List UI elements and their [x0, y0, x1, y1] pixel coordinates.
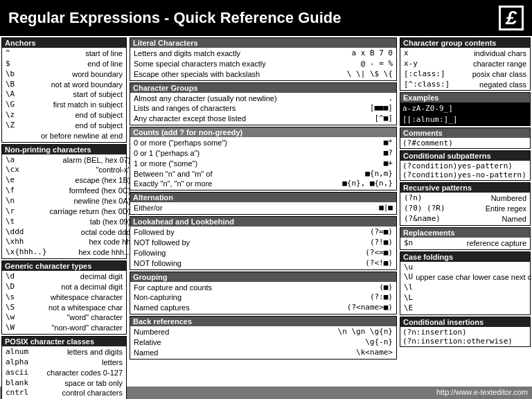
list-item: \swhitespace character [4, 292, 124, 303]
list-item: Named captures(?<name>■) [132, 303, 394, 313]
grouping-body: For capture and counts(■) Non-capturing(… [130, 282, 396, 314]
list-item: 0 or more ("perhaps some")■* [132, 138, 394, 148]
replacements-section: Replacements $nreference capture [400, 227, 531, 250]
list-item: \bword boundary [4, 69, 124, 80]
conditional-body: (?condition)yes-pattern) (?condition)yes… [400, 161, 530, 180]
list-item: Non-capturing(?:■) [132, 292, 394, 303]
list-item: alnumletters and digits [4, 347, 124, 357]
list-item: \uupper case next char [402, 263, 532, 273]
backrefs-title: Back references [130, 317, 396, 326]
lookahead-title: Lookahead and Lookbehind [130, 217, 396, 227]
chargroup-contents-title: Character group contents [400, 38, 530, 48]
list-item: \ddecimal digit [4, 272, 124, 282]
backrefs-body: Numbered\n \gn \g{n} Relative\g{-n} Name… [130, 326, 396, 359]
list-item: \nnewline (hex 0A) [4, 196, 132, 206]
literal-section: Literal Characters Letters and digits ma… [130, 37, 397, 81]
list-item: \Snot a whitespace char [4, 303, 124, 313]
header: Regular Expressions - Quick Reference Gu… [0, 0, 532, 36]
posix-section: POSIX character classes alnumletters and… [1, 336, 127, 399]
chargroups-body: Almost any character (usually not newlin… [130, 93, 396, 125]
list-item: \Bnot at word boundary [4, 80, 124, 90]
list-item: (?n)Numbered [402, 193, 528, 204]
list-item: Any character except those listed[^■] [132, 114, 394, 124]
casefoldings-title: Case foldings [400, 252, 530, 262]
list-item: or before newline at end [4, 131, 124, 141]
list-item: Named\k<name> [132, 348, 394, 358]
list-item: xindividual chars [402, 48, 528, 59]
list-item: Some special characters match exactly@ -… [132, 59, 394, 69]
counts-body: 0 or more ("perhaps some")■* 0 or 1 ("pe… [130, 137, 396, 190]
list-item: Almost any character (usually not newlin… [132, 94, 394, 104]
list-item: Lists and ranges of characters[■■■] [132, 103, 394, 114]
conditional-section: Conditional subpatterns (?condition)yes-… [400, 150, 531, 181]
list-item: cntrlcontrol characters [4, 388, 124, 398]
list-item: 1 or more ("some")■+ [132, 159, 394, 169]
backrefs-section: Back references Numbered\n \gn \g{n} Rel… [130, 316, 397, 360]
list-item: Either/or■|■ [132, 203, 394, 213]
list-item: Followed by(?=■) [132, 227, 394, 238]
list-item: \fformfeed (hex 0C) [4, 186, 132, 196]
generic-body: \ddecimal digit \Dnot a decimal digit \s… [2, 271, 126, 334]
list-item: [^:class:]negated class [402, 80, 528, 90]
list-item: asciicharacter codes 0-127 [4, 368, 124, 378]
nonprinting-title: Non-printing characters [2, 145, 126, 154]
alternation-section: Alternation Either/or■|■ [130, 192, 397, 215]
list-item: Between "n" and "m" of■{n,m} [132, 169, 394, 179]
recursive-section: Recursive patterns (?n)Numbered (?0) (?R… [400, 182, 531, 226]
list-item: \Dnot a decimal digit [4, 282, 124, 292]
list-item: Escape other specials with backslash\ \|… [132, 69, 394, 80]
list-item: $end of line [4, 59, 124, 69]
anchors-section: Anchors ^start of line $end of line \bwo… [1, 37, 127, 143]
literal-title: Literal Characters [130, 38, 396, 48]
list-item: \Gfirst match in subject [4, 100, 124, 110]
examples-section: Examples a-zA-Z0-9_] [[:alnum:]_] [400, 92, 531, 126]
list-item: \zend of subject [4, 110, 124, 121]
anchors-title: Anchors [2, 38, 126, 48]
list-item: \aalarm (BEL, hex 07) [4, 155, 132, 166]
list-item: (?#comment) [402, 139, 528, 148]
list-item: (?n:insertion:otherwise) [402, 337, 528, 346]
conditional-insertions-title: Conditional insertions [400, 317, 530, 327]
list-item: Relative\g{-n} [132, 337, 394, 348]
recursive-title: Recursive patterns [400, 183, 530, 193]
examples-title: Examples [400, 93, 530, 103]
anchors-body: ^start of line $end of line \bword bound… [2, 48, 126, 142]
list-item: For capture and counts(■) [132, 283, 394, 293]
chargroup-contents-body: xindividual chars x-ycharacter range [:c… [400, 48, 530, 90]
list-item: a-zA-Z0-9_] [402, 103, 528, 114]
list-item: \Llower case following [402, 293, 532, 303]
counts-section: Counts (add ? for non-greedy) 0 or more … [130, 127, 397, 190]
comments-title: Comments [400, 128, 530, 138]
list-item: \cx"control-x" [4, 165, 132, 175]
conditional-title: Conditional subpatterns [400, 151, 530, 161]
list-item: \eescape (hex 1B) [4, 175, 132, 186]
posix-title: POSIX character classes [2, 337, 126, 346]
grouping-section: Grouping For capture and counts(■) Non-c… [130, 272, 397, 315]
list-item: \dddoctal code ddd [4, 227, 132, 238]
list-item: Following(?<=■) [132, 248, 394, 258]
footer-url: http://www.e-texteditor.com [436, 388, 528, 396]
list-item: \Eend case folding [402, 303, 532, 314]
comments-section: Comments (?#comment) [400, 127, 531, 149]
casefoldings-body: \uupper case next char \Uupper case char… [400, 262, 530, 314]
list-item: NOT followed by(?!■) [132, 238, 394, 248]
chargroups-section: Character Groups Almost any character (u… [130, 82, 397, 126]
list-item: \W"non-word" character [4, 323, 124, 333]
list-item: 0 or 1 ("perhaps a")■? [132, 148, 394, 159]
list-item: x-ycharacter range [402, 59, 528, 69]
literal-body: Letters and digits match exactlya x B 7 … [130, 48, 396, 80]
chargroups-title: Character Groups [130, 83, 396, 93]
list-item: [:class:]posix char class [402, 69, 528, 80]
list-item: (?n:insertion) [402, 328, 528, 337]
list-item: \rcarriage return (hex 0D) [4, 206, 132, 217]
list-item: Letters and digits match exactlya x B 7 … [132, 48, 394, 59]
nonprinting-body: \aalarm (BEL, hex 07) \cx"control-x" \ee… [2, 154, 126, 258]
list-item: [[:alnum:]_] [402, 114, 528, 125]
list-item: \llower case next char [402, 283, 532, 293]
list-item: blankspace or tab only [4, 378, 124, 389]
list-item: (?&name)Named [402, 214, 528, 224]
examples-body: a-zA-Z0-9_] [[:alnum:]_] [400, 103, 530, 125]
lookahead-section: Lookahead and Lookbehind Followed by(?=■… [130, 216, 397, 269]
list-item: (?condition)yes-no-pattern) [402, 170, 528, 179]
header-icon: £ [499, 6, 524, 30]
